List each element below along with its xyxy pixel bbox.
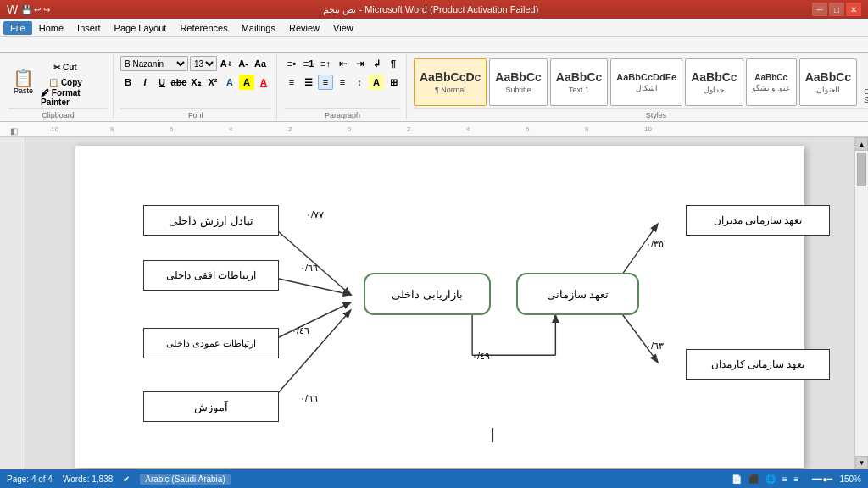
view-mode-web[interactable]: 🌐 (765, 474, 776, 484)
left-margin (0, 137, 25, 469)
scroll-up-button[interactable]: ▲ (855, 137, 868, 151)
increase-indent-button[interactable]: ⇥ (352, 56, 367, 71)
view-mode-print[interactable]: 📄 (732, 474, 742, 484)
menu-home[interactable]: Home (32, 21, 70, 35)
bullets-button[interactable]: ≡• (284, 56, 299, 71)
svg-line-0 (270, 225, 350, 295)
box-tahod-karmand: تعهد سازمانی کارمدان (686, 349, 830, 380)
font-row-2: B I U abc X₂ X² A A A (120, 75, 271, 90)
paste-button[interactable]: 📋 Paste (8, 67, 38, 97)
status-right: 📄 ⬛ 🌐 ≡ ≡ ━━●━ 150% (732, 474, 861, 484)
menu-mailings[interactable]: Mailings (235, 21, 282, 35)
change-case-button[interactable]: Aa (253, 56, 268, 71)
view-mode-fullscreen[interactable]: ⬛ (748, 474, 759, 484)
style-alunwan[interactable]: AaBbCc العنوان (799, 58, 857, 106)
style-text1[interactable]: AaBbCc Text 1 (550, 58, 608, 106)
multilevel-button[interactable]: ≡↑ (318, 56, 333, 71)
box-tahod-sazmaani: تعهد سازمانی (516, 273, 639, 315)
label-049: ۰/٤٩ (472, 351, 490, 362)
highlight-button[interactable]: A (239, 75, 254, 90)
format-painter-button[interactable]: 🖌 Format Painter (40, 91, 108, 104)
style-jadawal[interactable]: AaBbCc جداول (685, 58, 743, 106)
title-bar-left: W 💾 ↩ ↪ (7, 3, 50, 16)
italic-button[interactable]: I (137, 75, 153, 90)
zoom-level: 150% (839, 474, 861, 484)
align-center-button[interactable]: ☰ (301, 75, 316, 90)
subscript-button[interactable]: X₂ (188, 75, 203, 90)
decrease-font-button[interactable]: A- (236, 56, 251, 71)
ruler-mark-2r: 2 (407, 125, 410, 133)
numbering-button[interactable]: ≡1 (301, 56, 316, 71)
minimize-button[interactable]: ─ (812, 3, 827, 16)
label-063: ۰/٦٣ (646, 341, 664, 352)
borders-button[interactable]: ⊞ (386, 75, 401, 90)
ruler-mark-2: 2 (288, 125, 292, 133)
show-formatting-button[interactable]: ¶ (386, 56, 401, 71)
strikethrough-button[interactable]: abc (171, 75, 186, 90)
styles-group-content: AaBbCcDc ¶ Normal AaBbCc Subtitle AaBbCc… (414, 56, 868, 108)
zoom-slider[interactable]: ━━●━ (812, 474, 832, 484)
change-styles-button[interactable]: A ChangeStyles ▼ (860, 56, 868, 108)
word-icon: W (7, 3, 18, 16)
svg-line-2 (270, 302, 350, 341)
align-right-button[interactable]: ≡ (318, 75, 333, 90)
status-icon: ✔ (123, 474, 130, 484)
rtl-button[interactable]: ↲ (369, 56, 384, 71)
menu-page-layout[interactable]: Page Layout (108, 21, 174, 35)
ruler-mark-6: 6 (170, 125, 173, 133)
line-spacing-button[interactable]: ↕ (352, 75, 367, 90)
quick-access: 💾 ↩ ↪ (21, 5, 50, 14)
justify-button[interactable]: ≡ (335, 75, 350, 90)
paste-icon: 📋 (13, 69, 34, 86)
content-area: تبادل ارزش داخلی ارتباطات افقی داخلی ارت… (0, 137, 868, 469)
document-area[interactable]: تبادل ارزش داخلی ارتباطات افقی داخلی ارت… (25, 137, 854, 469)
style-normal[interactable]: AaBbCcDc ¶ Normal (414, 58, 487, 106)
language-status[interactable]: Arabic (Saudi Arabia) (140, 474, 231, 485)
paragraph-group: ≡• ≡1 ≡↑ ⇤ ⇥ ↲ ¶ ≡ ☰ ≡ ≡ ↕ A ⊞ (279, 54, 407, 119)
menu-references[interactable]: References (173, 21, 234, 35)
ruler-mark-10: 10 (51, 125, 58, 133)
label-077: ۰/۷۷ (306, 209, 324, 220)
scroll-track (855, 151, 868, 456)
ruler-handle[interactable]: ◧ (10, 126, 18, 136)
ruler-mark-8: 8 (110, 125, 114, 133)
menu-review[interactable]: Review (282, 21, 326, 35)
align-left-button[interactable]: ≡ (284, 75, 299, 90)
paragraph-group-content: ≡• ≡1 ≡↑ ⇤ ⇥ ↲ ¶ ≡ ☰ ≡ ≡ ↕ A ⊞ (284, 56, 401, 108)
scroll-thumb[interactable] (857, 152, 866, 186)
box-tabadol: تبادل ارزش داخلی (143, 205, 279, 236)
font-color-button[interactable]: A (256, 75, 271, 90)
window-controls: ─ □ ✕ (812, 3, 861, 16)
decrease-indent-button[interactable]: ⇤ (335, 56, 350, 71)
menu-insert[interactable]: Insert (70, 21, 108, 35)
menu-file[interactable]: File (3, 21, 32, 35)
shading-button[interactable]: A (369, 75, 384, 90)
maximize-button[interactable]: □ (829, 3, 844, 16)
close-button[interactable]: ✕ (846, 3, 861, 16)
cut-button[interactable]: ✂ Cut (40, 60, 91, 74)
superscript-button[interactable]: X² (205, 75, 220, 90)
underline-button[interactable]: U (154, 75, 170, 90)
change-styles-label: ChangeStyles ▼ (864, 87, 868, 104)
para-row-2: ≡ ☰ ≡ ≡ ↕ A ⊞ (284, 75, 401, 90)
ribbon: 📋 Paste ✂ Cut 📋 Copy 🖌 Format Painter Cl… (0, 37, 868, 122)
copy-button[interactable]: 📋 Copy (40, 75, 91, 89)
styles-group-label: Styles (414, 108, 868, 119)
clipboard-secondary: ✂ Cut 📋 Copy 🖌 Format Painter (40, 60, 108, 104)
font-size-select[interactable]: 13 (190, 56, 217, 71)
style-ashkal[interactable]: AaBbCcDdEe اشکال (610, 58, 682, 106)
view-mode-draft[interactable]: ≡ (794, 474, 799, 484)
font-name-select[interactable]: B Nazanin (120, 56, 188, 71)
increase-font-button[interactable]: A+ (219, 56, 234, 71)
scroll-down-button[interactable]: ▼ (855, 456, 868, 469)
style-subtitle[interactable]: AaBbCc Subtitle (489, 58, 547, 106)
right-scrollbar: ▲ ▼ (854, 137, 868, 469)
box-bazaryabi: بازاریابی داخلی (364, 273, 491, 315)
menu-view[interactable]: View (326, 21, 360, 35)
ruler-mark-0: 0 (348, 125, 351, 133)
view-mode-outline[interactable]: ≡ (782, 474, 787, 484)
bold-button[interactable]: B (120, 75, 136, 90)
text-effect-button[interactable]: A (222, 75, 237, 90)
style-onu-noshku[interactable]: AaBbCc عنو. و نشگو (746, 58, 797, 106)
box-amoozesh: آموزش (143, 391, 279, 422)
